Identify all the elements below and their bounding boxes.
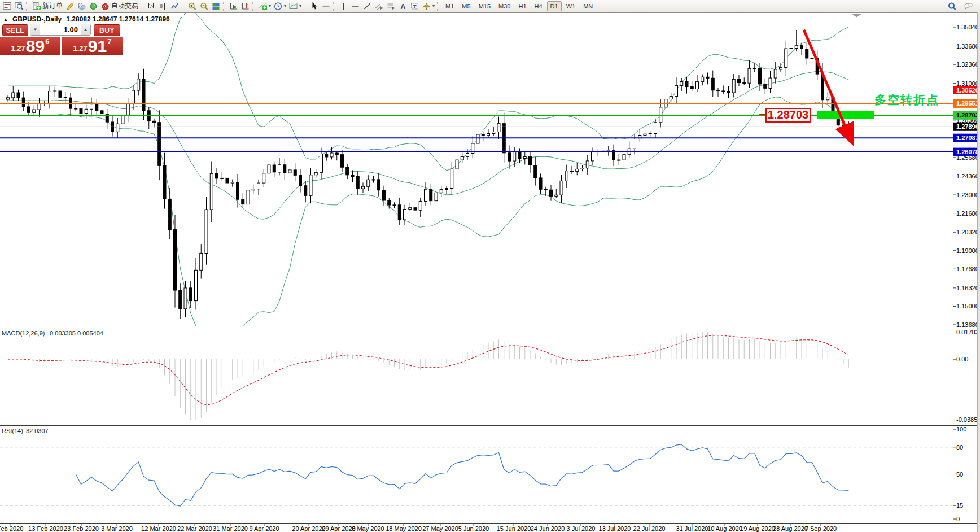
- crosshair-icon[interactable]: [320, 1, 332, 11]
- search-icon[interactable]: [946, 1, 958, 11]
- sell-price-prefix: 1.27: [11, 44, 25, 53]
- line-chart-icon[interactable]: [169, 1, 181, 11]
- candlestick-chart-icon[interactable]: [157, 1, 169, 11]
- date-axis[interactable]: Feb 202013 Feb 202023 Feb 20203 Mar 2020…: [0, 524, 837, 532]
- symbol-period-label: GBPUSD-,Daily: [12, 15, 62, 23]
- periods-icon[interactable]: ▾: [272, 1, 287, 11]
- mobile-trading-icon[interactable]: [88, 1, 99, 11]
- fibonacci-icon[interactable]: F: [385, 1, 397, 11]
- chart-shift-icon[interactable]: [239, 1, 251, 11]
- macd-axis-label: -0.038559: [956, 416, 980, 423]
- timeframe-m15-button[interactable]: M15: [475, 1, 494, 11]
- chevron-down-icon: ▾: [284, 4, 286, 8]
- timeframe-w1-button[interactable]: W1: [563, 1, 579, 11]
- date-tick-label: 3 Mar 2020: [101, 525, 133, 532]
- data-window-icon[interactable]: [13, 1, 25, 11]
- price-tick-label: 1.19000: [956, 247, 979, 254]
- vertical-line-icon[interactable]: [338, 1, 349, 11]
- date-tick-label: 28 Aug 2020: [773, 525, 808, 532]
- macd-axis-label: 0.00: [956, 356, 968, 363]
- price-tick-label: 1.33680: [956, 43, 979, 50]
- bar-chart-icon[interactable]: [145, 1, 157, 11]
- price-tick-label: 1.21680: [956, 210, 979, 217]
- window-edge: [977, 0, 980, 532]
- sell-price-button[interactable]: 1.27 89 6: [0, 37, 60, 55]
- market-watch-icon[interactable]: [1, 1, 13, 11]
- auto-scroll-icon[interactable]: [228, 1, 239, 11]
- text-label-icon[interactable]: T: [409, 1, 421, 11]
- timeframe-d1-button[interactable]: D1: [547, 1, 562, 11]
- new-order-label: 新订单: [42, 1, 63, 11]
- highlight-rectangle[interactable]: [817, 111, 874, 119]
- date-tick-label: 19 Aug 2020: [740, 525, 775, 532]
- volume-stepper: ▼ 1.00 ▲: [30, 24, 91, 36]
- price-callout-box[interactable]: 1.28703: [765, 108, 811, 123]
- one-click-trading-panel: SELL ▼ 1.00 ▲ BUY 1.27 89 6 1.27 91 7: [0, 24, 123, 55]
- svg-text:T: T: [413, 3, 417, 9]
- price-tick-label: 1.31000: [956, 80, 979, 87]
- date-tick-label: 23 Feb 2020: [64, 525, 99, 532]
- chevron-down-icon: ▾: [299, 4, 301, 8]
- date-tick-label: 3 Jul 2020: [567, 525, 596, 532]
- price-badge-label: 1.30520: [956, 87, 979, 94]
- date-tick-label: 9 Apr 2020: [249, 525, 279, 532]
- date-tick-label: 13 Jul 2020: [599, 525, 631, 532]
- volume-increase-button[interactable]: ▲: [81, 24, 90, 35]
- timeframe-m5-button[interactable]: M5: [458, 1, 474, 11]
- buy-price-big: 91: [88, 38, 107, 54]
- price-tick-label: 1.35040: [956, 24, 979, 30]
- buy-price-prefix: 1.27: [73, 44, 88, 53]
- rsi-axis-label: 50: [956, 471, 963, 478]
- horizontal-line-icon[interactable]: [349, 1, 361, 11]
- cursor-icon[interactable]: [308, 1, 320, 11]
- text-icon[interactable]: A: [397, 1, 409, 11]
- arrows-icon[interactable]: ▾: [421, 1, 436, 11]
- volume-decrease-button[interactable]: ▼: [30, 24, 40, 35]
- chat-icon[interactable]: [963, 1, 974, 11]
- date-tick-label: 13 Feb 2020: [28, 525, 63, 532]
- buy-price-button[interactable]: 1.27 91 7: [62, 37, 123, 55]
- toolbar-separator: [182, 2, 185, 11]
- zoom-out-icon[interactable]: [198, 1, 210, 11]
- price-badge-label: 1.27896: [956, 123, 979, 130]
- timeframe-mn-button[interactable]: MN: [580, 1, 596, 11]
- price-badge-label: 1.29551: [956, 100, 979, 107]
- svg-text:F: F: [392, 6, 395, 10]
- date-tick-label: 31 Mar 2020: [213, 525, 248, 532]
- svg-text:E: E: [380, 6, 383, 10]
- date-tick-label: 12 Mar 2020: [141, 525, 176, 532]
- chevron-down-icon: ▾: [269, 4, 271, 8]
- buy-button[interactable]: BUY: [94, 24, 120, 36]
- date-tick-label: 5 Jun 2020: [458, 525, 489, 532]
- buy-price-sup: 7: [107, 37, 111, 46]
- toolbar-separator: [26, 2, 29, 11]
- sell-button[interactable]: SELL: [2, 24, 28, 36]
- volume-input[interactable]: 1.00: [40, 24, 81, 35]
- zoom-in-icon[interactable]: [186, 1, 198, 11]
- autotrading-icon[interactable]: 自动交易: [99, 1, 139, 11]
- toolbar-separator: [223, 2, 226, 11]
- rsi-axis-label: 100: [956, 426, 966, 433]
- timeframe-m1-button[interactable]: M1: [442, 1, 457, 11]
- price-tick-label: 1.16320: [956, 285, 979, 291]
- indicators-icon[interactable]: ▾: [257, 1, 272, 11]
- rsi-axis-label: 15: [956, 502, 963, 509]
- templates-icon[interactable]: ▾: [287, 1, 303, 11]
- new-order-icon[interactable]: 新订单: [30, 1, 64, 11]
- terminal-icon[interactable]: [76, 1, 88, 11]
- equidistant-channel-icon[interactable]: E: [373, 1, 385, 11]
- one-click-collapse-icon[interactable]: ▲: [3, 17, 8, 22]
- price-tick-label: 1.13680: [956, 321, 979, 328]
- price-tick-label: 1.20320: [956, 229, 979, 236]
- metaeditor-icon[interactable]: [64, 1, 76, 11]
- timeframe-h1-button[interactable]: H1: [515, 1, 530, 11]
- chart-plot-area[interactable]: 1.350401.336801.323601.310001.283601.270…: [0, 0, 980, 532]
- turning-point-annotation[interactable]: 多空转折点: [874, 92, 939, 108]
- sell-price-sup: 6: [45, 37, 49, 46]
- trendline-icon[interactable]: [361, 1, 373, 11]
- timeframe-h4-button[interactable]: H4: [531, 1, 546, 11]
- tile-windows-icon[interactable]: [210, 1, 222, 11]
- timeframe-m30-button[interactable]: M30: [495, 1, 514, 11]
- date-tick-label: 31 Jul 2020: [676, 525, 708, 532]
- rsi-axis-label: 80: [956, 444, 963, 451]
